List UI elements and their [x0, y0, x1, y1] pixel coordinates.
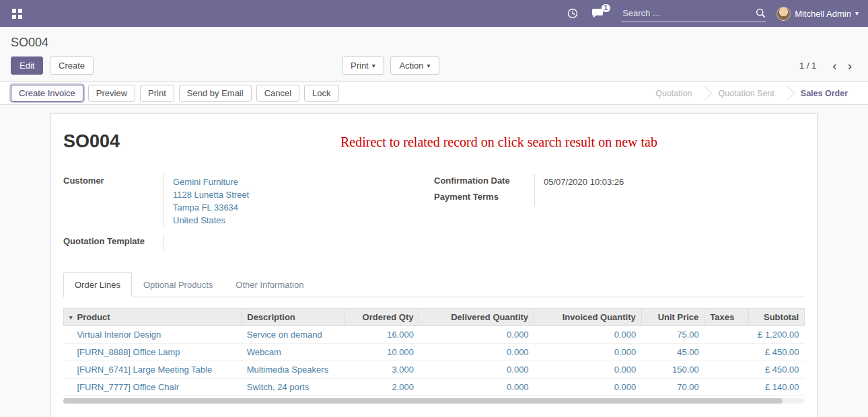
- table-row[interactable]: [FURN_6741] Large Meeting Table Multimed…: [64, 361, 805, 379]
- control-panel-center: Print ▾ Action ▾: [342, 56, 439, 75]
- col-ordered-qty[interactable]: Ordered Qty: [345, 309, 419, 326]
- payment-terms-value[interactable]: [535, 190, 805, 206]
- product-link[interactable]: [FURN_7777] Office Chair: [77, 382, 180, 392]
- taxes-cell: [704, 344, 749, 361]
- customer-field-row: Customer Gemini Furniture 1128 Lunetta S…: [63, 174, 434, 228]
- col-taxes[interactable]: Taxes: [704, 309, 749, 326]
- invoiced-qty-cell: 0.000: [534, 361, 642, 379]
- quotation-template-field-row: Quotation Template: [63, 235, 434, 251]
- pager-counter: 1 / 1: [799, 61, 816, 71]
- tab-other-information[interactable]: Other Information: [224, 272, 315, 297]
- scrollbar-thumb[interactable]: [63, 398, 783, 404]
- create-button[interactable]: Create: [50, 56, 94, 75]
- annotation-text: Redirect to related record on click sear…: [340, 135, 657, 150]
- tab-optional-products[interactable]: Optional Products: [132, 272, 224, 297]
- ordered-qty-cell: 16.000: [345, 326, 419, 344]
- description-link[interactable]: Switch, 24 ports: [247, 382, 310, 392]
- col-delivered-quantity[interactable]: Delivered Quantity: [419, 309, 534, 326]
- statusbar-buttons: Create Invoice Preview Print Send by Ema…: [11, 85, 339, 102]
- subtotal-cell: £ 140.00: [749, 379, 805, 396]
- user-menu[interactable]: Mitchell Admin ▾: [776, 0, 859, 27]
- sort-caret-icon[interactable]: ▾: [69, 314, 73, 321]
- search-icon[interactable]: [756, 8, 766, 18]
- product-link[interactable]: [FURN_8888] Office Lamp: [77, 347, 180, 357]
- customer-address-line: Tampa FL 33634: [173, 201, 429, 214]
- breadcrumb: SO004: [0, 27, 868, 50]
- right-field-group: Confirmation Date 05/07/2020 10:03:26 Pa…: [434, 174, 805, 251]
- ordered-qty-cell: 3.000: [345, 361, 419, 379]
- payment-terms-field-row: Payment Terms: [434, 190, 805, 206]
- messages-count-badge: 1: [602, 4, 611, 12]
- avatar: [776, 7, 791, 21]
- preview-button[interactable]: Preview: [88, 85, 135, 102]
- col-description[interactable]: Description: [242, 309, 345, 326]
- status-pipeline: Quotation Quotation Sent Sales Order: [645, 82, 868, 104]
- record-sheet: SO004 Redirect to related record on clic…: [50, 113, 818, 417]
- pager-next-button[interactable]: ›: [842, 59, 857, 72]
- edit-button[interactable]: Edit: [11, 56, 43, 75]
- order-lines-table: ▾Product Description Ordered Qty Deliver…: [63, 308, 805, 396]
- field-groups: Customer Gemini Furniture 1128 Lunetta S…: [63, 174, 805, 251]
- action-menu-label: Action: [399, 61, 423, 71]
- pager-previous-button[interactable]: ‹: [827, 59, 842, 72]
- search-input[interactable]: [621, 8, 756, 18]
- table-row[interactable]: [FURN_7777] Office Chair Switch, 24 port…: [64, 379, 805, 396]
- subtotal-cell: £ 1,200.00: [749, 326, 805, 344]
- table-row[interactable]: Virtual Interior Design Service on deman…: [64, 326, 805, 344]
- col-invoiced-quantity[interactable]: Invoiced Quantity: [534, 309, 642, 326]
- quotation-template-value[interactable]: [164, 235, 434, 251]
- delivered-qty-cell: 0.000: [419, 344, 534, 361]
- chevron-down-icon: ▾: [427, 63, 431, 69]
- messages-icon[interactable]: 1: [585, 0, 610, 27]
- chevron-down-icon: ▾: [855, 10, 859, 17]
- invoiced-qty-cell: 0.000: [534, 379, 642, 396]
- print-menu-button[interactable]: Print ▾: [342, 56, 384, 75]
- form-view: SO004 Redirect to related record on clic…: [0, 105, 868, 417]
- status-quotation[interactable]: Quotation: [645, 89, 702, 98]
- horizontal-scrollbar[interactable]: [63, 398, 805, 404]
- table-row[interactable]: [FURN_8888] Office Lamp Webcam 10.000 0.…: [64, 344, 805, 361]
- invoiced-qty-cell: 0.000: [534, 344, 642, 361]
- lock-button[interactable]: Lock: [304, 85, 338, 102]
- status-sales-order[interactable]: Sales Order: [790, 89, 859, 98]
- customer-link[interactable]: Gemini Furniture: [173, 176, 429, 188]
- activities-clock-icon[interactable]: [560, 0, 585, 27]
- statusbar: Create Invoice Preview Print Send by Ema…: [0, 81, 868, 105]
- col-product[interactable]: ▾Product: [64, 309, 242, 326]
- action-menu-button[interactable]: Action ▾: [390, 56, 439, 75]
- product-link[interactable]: Virtual Interior Design: [77, 330, 161, 340]
- invoiced-qty-cell: 0.000: [534, 326, 642, 344]
- cancel-button[interactable]: Cancel: [256, 85, 299, 102]
- customer-label: Customer: [63, 174, 164, 228]
- description-link[interactable]: Webcam: [247, 347, 281, 357]
- apps-menu-icon[interactable]: [5, 0, 29, 27]
- control-panel: Edit Create Print ▾ Action ▾ 1 / 1 ‹ ›: [0, 50, 868, 81]
- create-invoice-button[interactable]: Create Invoice: [11, 85, 83, 102]
- user-name: Mitchell Admin: [795, 9, 851, 19]
- status-quotation-sent[interactable]: Quotation Sent: [707, 89, 785, 98]
- unit-price-cell: 70.00: [641, 379, 704, 396]
- taxes-cell: [704, 326, 749, 344]
- description-link[interactable]: Service on demand: [247, 330, 322, 340]
- confirmation-date-value: 05/07/2020 10:03:26: [535, 174, 805, 190]
- delivered-qty-cell: 0.000: [419, 326, 534, 344]
- tab-order-lines[interactable]: Order Lines: [63, 272, 132, 297]
- product-link[interactable]: [FURN_6741] Large Meeting Table: [77, 365, 213, 375]
- subtotal-cell: £ 450.00: [749, 344, 805, 361]
- print-button[interactable]: Print: [140, 85, 174, 102]
- unit-price-cell: 75.00: [641, 326, 704, 344]
- global-search: [621, 5, 766, 22]
- top-navbar: 1 Mitchell Admin ▾: [0, 0, 868, 27]
- print-menu-label: Print: [351, 61, 369, 71]
- col-unit-price[interactable]: Unit Price: [641, 309, 704, 326]
- delivered-qty-cell: 0.000: [419, 379, 534, 396]
- customer-value: Gemini Furniture 1128 Lunetta Street Tam…: [164, 174, 434, 228]
- taxes-cell: [704, 361, 749, 379]
- delivered-qty-cell: 0.000: [419, 361, 534, 379]
- col-subtotal[interactable]: Subtotal: [749, 309, 805, 326]
- unit-price-cell: 150.00: [641, 361, 704, 379]
- col-product-label: Product: [77, 312, 110, 322]
- description-link[interactable]: Multimedia Speakers: [247, 365, 328, 375]
- pager: 1 / 1 ‹ ›: [799, 59, 857, 72]
- send-by-email-button[interactable]: Send by Email: [179, 85, 252, 102]
